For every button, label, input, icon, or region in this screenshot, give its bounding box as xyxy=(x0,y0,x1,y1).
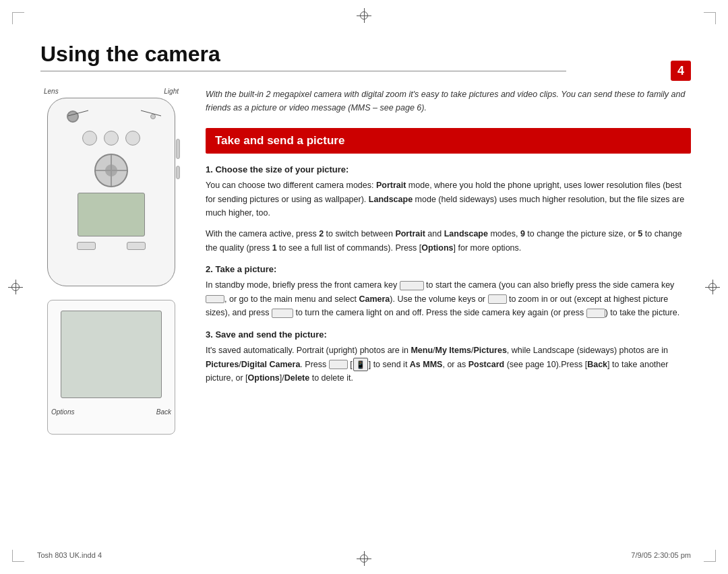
key-1: 1 xyxy=(272,243,277,253)
key-9: 9 xyxy=(520,229,525,238)
light-label: Light xyxy=(164,88,179,95)
take-pic-key-icon xyxy=(586,309,605,318)
lens-arrow xyxy=(68,104,95,117)
phone-diagram-column: Lens Light xyxy=(37,88,185,435)
step3-para1: It's saved automatically. Portrait (upri… xyxy=(206,344,691,385)
step2-heading: 2. Take a picture: xyxy=(206,264,691,274)
corner-mark-br xyxy=(704,550,716,562)
landscape-bold: Landscape xyxy=(369,195,413,204)
delete-ref: Delete xyxy=(284,373,310,383)
back-label: Back xyxy=(156,408,171,416)
svg-line-1 xyxy=(141,110,161,116)
phone-btn-right xyxy=(125,131,140,146)
options-ref: Options xyxy=(421,243,453,253)
front-camera-key-icon xyxy=(400,281,424,290)
camera-ref: Camera xyxy=(359,294,390,304)
pictures-path: Pictures xyxy=(474,346,507,355)
mms-icon: 📱 xyxy=(353,358,368,371)
key-5: 5 xyxy=(638,229,642,238)
back-ref: Back xyxy=(587,360,607,369)
phone-soft-right xyxy=(127,242,146,250)
phone-screen-top xyxy=(78,193,145,236)
step1-para2: With the camera active, press 2 to switc… xyxy=(206,227,691,255)
side-button-2 xyxy=(176,166,180,179)
phone-bottom-buttons xyxy=(61,242,161,250)
side-button xyxy=(176,139,180,159)
section-header: Take and send a picture xyxy=(206,128,691,154)
phone-top-labels: Lens Light xyxy=(37,88,185,95)
landscape-bold2: Landscape xyxy=(444,229,488,238)
footer: Tosh 803 UK.indd 4 7/9/05 2:30:05 pm xyxy=(37,551,691,559)
phone-btn-left xyxy=(82,131,97,146)
phone-diagram-bottom: Options Back xyxy=(47,300,175,435)
page-number-badge: 4 xyxy=(671,61,691,81)
portrait-bold2: Portrait xyxy=(395,229,425,238)
right-content-column: With the built-in 2 megapixel camera wit… xyxy=(206,88,691,392)
phone-nav-row xyxy=(48,131,175,146)
light-key-icon xyxy=(272,309,293,318)
lens-label: Lens xyxy=(44,88,59,95)
pictures-path2: Pictures xyxy=(206,360,239,369)
phone-dpad xyxy=(94,154,128,187)
crosshair-right xyxy=(705,280,720,294)
menu-path: Menu xyxy=(411,346,433,355)
myitems-path: My Items xyxy=(435,346,472,355)
digitalcam-path: Digital Camera xyxy=(241,360,301,369)
step3-heading: 3. Save and send the picture: xyxy=(206,329,691,340)
phone-options-back-labels: Options Back xyxy=(48,408,175,416)
page-title: Using the camera xyxy=(40,42,566,71)
phone-diagram-top xyxy=(47,98,175,286)
send-key-icon xyxy=(329,360,348,369)
key-2: 2 xyxy=(319,229,324,238)
options-ref2: Options xyxy=(248,373,280,383)
dpad-v xyxy=(111,155,112,186)
light-arrow xyxy=(134,104,161,117)
corner-mark-bl xyxy=(12,550,24,562)
crosshair-top xyxy=(357,8,371,23)
footer-left: Tosh 803 UK.indd 4 xyxy=(37,551,102,559)
phone-soft-left xyxy=(77,242,96,250)
svg-line-0 xyxy=(68,110,88,116)
postcard-text: Postcard xyxy=(468,360,505,369)
corner-mark-tl xyxy=(12,12,24,24)
volume-key-icon xyxy=(488,294,507,304)
step2-para1: In standby mode, briefly press the front… xyxy=(206,278,691,320)
intro-text: With the built-in 2 megapixel camera wit… xyxy=(206,88,691,115)
footer-right: 7/9/05 2:30:05 pm xyxy=(631,551,691,559)
options-label: Options xyxy=(51,408,74,416)
phone-bottom-screen xyxy=(61,311,162,398)
step1-para1: You can choose two different camera mode… xyxy=(206,179,691,220)
corner-mark-tr xyxy=(704,12,716,24)
step1-heading: 1. Choose the size of your picture: xyxy=(206,164,691,174)
side-camera-key-icon xyxy=(206,295,224,303)
phone-btn-center xyxy=(104,131,119,146)
as-mms-text: As MMS xyxy=(410,360,443,369)
crosshair-left xyxy=(8,280,23,294)
portrait-bold: Portrait xyxy=(376,181,406,190)
